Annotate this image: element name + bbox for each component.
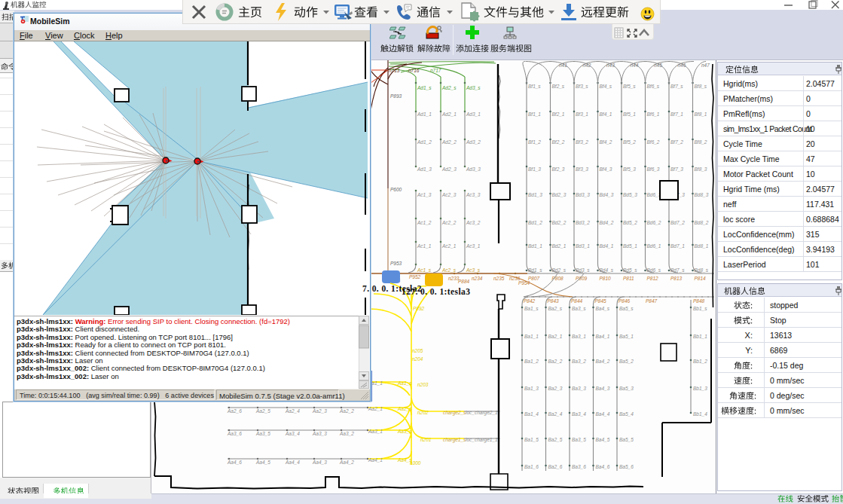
svg-text:Bf4_2: Bf4_2	[600, 139, 612, 145]
svg-text:Ba3_4: Ba3_4	[572, 411, 586, 417]
svg-text:Ba4_s: Ba4_s	[596, 306, 610, 311]
svg-text:Bf5_s: Bf5_s	[623, 84, 636, 89]
svg-text:Ba5_4: Ba5_4	[619, 411, 634, 417]
svg-text:Bd1_1: Bd1_1	[528, 243, 542, 249]
svg-text:charge1_s: charge1_s	[443, 437, 466, 443]
svg-text:Bd1_s: Bd1_s	[528, 267, 542, 273]
svg-text:loc_charge2_1: loc_charge2_1	[466, 410, 498, 416]
svg-text:Ba1_s: Ba1_s	[524, 306, 539, 311]
svg-text:Aa3_s: Aa3_s	[397, 429, 412, 434]
svg-text:Bd1_3: Bd1_3	[528, 192, 542, 197]
svg-text:Ba3_5: Ba3_5	[572, 437, 586, 442]
svg-text:Ad3_3: Ad3_3	[466, 166, 481, 172]
svg-text:Ad1_1: Ad1_1	[417, 111, 432, 117]
svg-text:P847: P847	[646, 298, 658, 304]
svg-text:Bf6_s: Bf6_s	[647, 84, 660, 89]
svg-text:Ba2_1: Ba2_1	[548, 334, 563, 339]
svg-text:Bf5_2: Bf5_2	[623, 139, 636, 145]
svg-text:Bd2_1: Bd2_1	[552, 243, 567, 249]
svg-text:Bd4_1: Bd4_1	[600, 243, 614, 249]
svg-text:Bd5_2: Bd5_2	[623, 220, 637, 225]
svg-text:n717: n717	[430, 68, 441, 73]
svg-text:Bf1_2: Bf1_2	[528, 139, 541, 145]
svg-text:Ba4_6: Ba4_6	[596, 464, 610, 469]
svg-text:Bd3_2: Bd3_2	[576, 220, 590, 225]
svg-text:loc_charge1_1: loc_charge1_1	[466, 437, 498, 443]
svg-text:Ad2_3: Ad2_3	[441, 166, 457, 172]
svg-text:n716: n716	[408, 68, 420, 73]
svg-text:P848: P848	[693, 298, 705, 304]
svg-text:Aa4_3: Aa4_3	[312, 460, 327, 465]
svg-text:Bf5_3: Bf5_3	[623, 166, 636, 172]
svg-text:P952: P952	[409, 274, 421, 279]
svg-text:Aa4_4: Aa4_4	[285, 460, 300, 465]
svg-text:Ba2_s: Ba2_s	[548, 306, 563, 311]
svg-text:Bd3_3: Bd3_3	[576, 192, 590, 197]
svg-text:Bf2_1: Bf2_1	[552, 111, 565, 117]
svg-text:P842: P842	[524, 298, 536, 304]
svg-text:Bd7_s: Bd7_s	[670, 267, 685, 273]
svg-text:Ac1_1: Ac1_1	[417, 243, 432, 249]
svg-text:Bd3_1: Bd3_1	[576, 243, 590, 249]
svg-text:Aa3_3: Aa3_3	[312, 431, 327, 436]
svg-text:Bf4_1: Bf4_1	[600, 111, 612, 117]
svg-text:Bf2_3: Bf2_3	[552, 166, 565, 172]
svg-text:n45: n45	[654, 63, 662, 68]
svg-text:n713: n713	[389, 68, 400, 73]
svg-text:Bf1_3: Bf1_3	[528, 166, 541, 172]
svg-text:Bf3_1: Bf3_1	[576, 111, 588, 117]
svg-text:Bf6_3: Bf6_3	[647, 166, 660, 172]
svg-text:Bd8_1: Bd8_1	[695, 243, 709, 249]
svg-text:Aa4_s: Aa4_s	[397, 457, 412, 463]
svg-text:Bd8_2: Bd8_2	[695, 220, 709, 225]
svg-text:n44: n44	[631, 63, 639, 68]
svg-text:P600: P600	[390, 187, 402, 192]
svg-text:Ba2_3: Ba2_3	[548, 386, 563, 391]
svg-text:n41: n41	[559, 63, 567, 68]
svg-text:Bd5_3: Bd5_3	[623, 192, 637, 197]
svg-text:P884: P884	[458, 279, 470, 284]
svg-text:n204: n204	[412, 356, 423, 362]
svg-text:Ba3_6: Ba3_6	[572, 464, 586, 469]
svg-text:P808: P808	[552, 276, 564, 281]
svg-text:P813: P813	[670, 276, 683, 281]
svg-text:Ba2_6: Ba2_6	[548, 464, 563, 469]
svg-text:Ba5_5: Ba5_5	[619, 437, 634, 442]
svg-text:Bd6_2: Bd6_2	[647, 220, 661, 225]
svg-text:Bf5_1: Bf5_1	[623, 111, 636, 117]
svg-text:n235: n235	[493, 276, 505, 281]
svg-text:Aa3_1: Aa3_1	[368, 429, 383, 434]
svg-text:Aa3_5: Aa3_5	[255, 431, 270, 436]
svg-text:Bd4_3: Bd4_3	[600, 192, 614, 197]
svg-text:Aa2_2: Aa2_2	[339, 408, 354, 414]
svg-text:Bf2_s: Bf2_s	[552, 84, 565, 89]
svg-text:Ba4_3: Ba4_3	[596, 386, 610, 391]
svg-text:P814: P814	[695, 276, 707, 281]
svg-text:Bf4_s: Bf4_s	[600, 84, 612, 89]
svg-text:Aa2_s: Aa2_s	[397, 406, 412, 411]
svg-text:Ad2_s: Ad2_s	[441, 85, 457, 90]
svg-text:P810: P810	[600, 276, 612, 281]
svg-text:charge2_s: charge2_s	[443, 410, 466, 416]
svg-text:P893: P893	[390, 93, 402, 99]
svg-text:Bf6_1: Bf6_1	[647, 111, 660, 117]
svg-text:P807: P807	[528, 276, 540, 281]
svg-text:Ba3_1: Ba3_1	[572, 334, 586, 339]
svg-text:Bd6_s: Bd6_s	[647, 267, 661, 273]
svg-text:Bf7_3: Bf7_3	[670, 166, 683, 172]
svg-text:n202: n202	[417, 410, 429, 415]
svg-text:Ac3_2: Ac3_2	[466, 220, 481, 225]
svg-text:Ac2_2: Ac2_2	[441, 220, 457, 225]
svg-text:Bd8_s: Bd8_s	[695, 267, 709, 273]
svg-text:Bd4_2: Bd4_2	[600, 220, 614, 225]
svg-text:Ba2_4: Ba2_4	[548, 411, 563, 417]
svg-text:Bd3_s: Bd3_s	[576, 267, 590, 273]
svg-text:n203: n203	[417, 382, 429, 387]
svg-text:P846: P846	[619, 298, 631, 304]
svg-text:Bd7_1: Bd7_1	[670, 243, 685, 249]
svg-text:Ba3_3: Ba3_3	[572, 386, 586, 391]
svg-text:P953: P953	[390, 261, 402, 266]
svg-text:Ac1_3: Ac1_3	[417, 192, 432, 197]
svg-text:Bf3_s: Bf3_s	[576, 84, 588, 89]
svg-text:Ba3_2: Ba3_2	[572, 359, 586, 364]
